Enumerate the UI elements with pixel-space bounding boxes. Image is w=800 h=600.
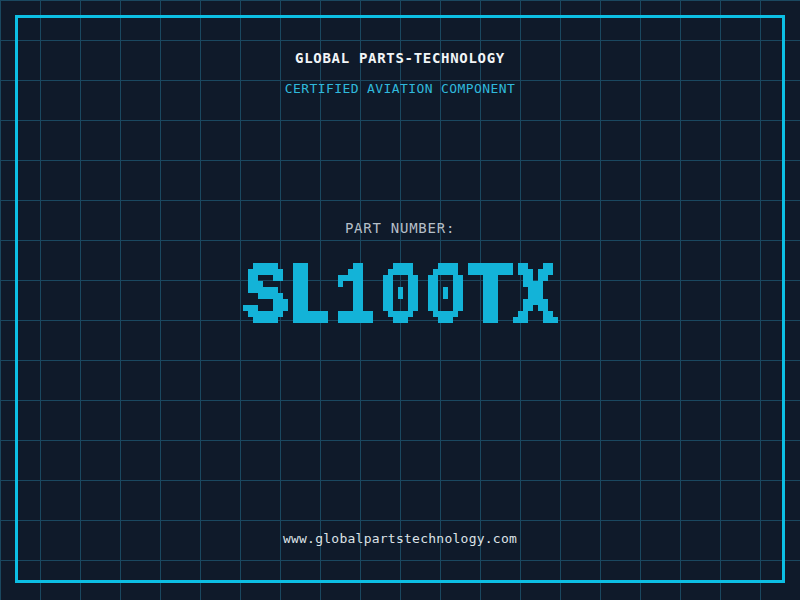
certification-subtitle: CERTIFIED AVIATION COMPONENT <box>0 81 800 96</box>
website-footer: www.globalpartstechnology.com <box>0 531 800 546</box>
blueprint-page: GLOBAL PARTS-TECHNOLOGY CERTIFIED AVIATI… <box>0 0 800 600</box>
part-number-label: PART NUMBER: <box>0 220 800 236</box>
company-title: GLOBAL PARTS-TECHNOLOGY <box>0 50 800 66</box>
part-number-display <box>243 263 558 323</box>
part-number-wrapper <box>0 263 800 323</box>
